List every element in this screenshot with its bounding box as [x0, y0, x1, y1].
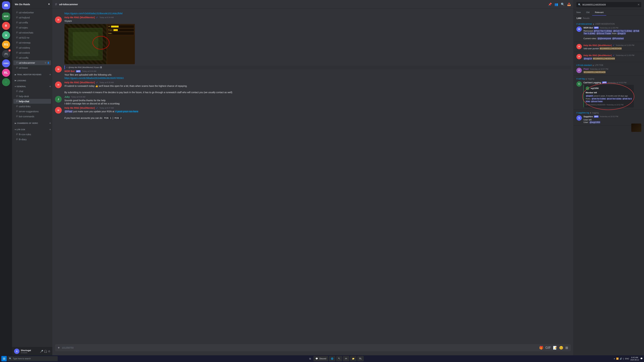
hash-icon: #	[16, 138, 18, 141]
gif-icon[interactable]: GIF	[546, 346, 551, 350]
channel-bot-commands[interactable]: # bot-commands	[14, 114, 51, 119]
tab-new[interactable]: New	[574, 9, 584, 15]
channel-ud-tobscammer[interactable]: # ud-tobscammer ⚙ 👤	[14, 60, 51, 65]
message-input[interactable]	[62, 347, 537, 349]
chevron-right-icon: ▶	[15, 122, 16, 124]
channel-ud-sojeu[interactable]: # ud-sojeu	[14, 25, 51, 30]
minecraft-icon: ⛏	[338, 358, 340, 360]
hash-icon: #	[16, 105, 18, 108]
channel-lfr-cox-rules[interactable]: # lfr-cox-rules	[14, 132, 51, 137]
server-name[interactable]: We Do Raids ▾	[12, 0, 52, 8]
close-search-button[interactable]: ✕	[638, 3, 640, 6]
search-icon[interactable]: 🔍	[561, 2, 564, 6]
message-group: https://gyazo.com/V3cb93a8a1319becele101…	[52, 11, 574, 15]
server-icon-2[interactable]: R	[2, 22, 10, 30]
hash-icon: #	[16, 115, 18, 118]
volume-icon[interactable]: 🔊	[620, 358, 622, 360]
result-avatar: P	[576, 68, 582, 73]
message-input-area: + 🎁 GIF 📝 😊 ⊞	[52, 344, 574, 355]
taskbar-app-runelite[interactable]: RL	[357, 356, 364, 361]
category-chambers-of-xeric[interactable]: ▶ CHAMBERS OF XERIC +	[12, 119, 52, 125]
microphone-icon[interactable]: 🎤	[40, 350, 43, 353]
channel-ud-coxffa[interactable]: # ud-coxffa	[14, 55, 51, 60]
add-channel-icon[interactable]: +	[49, 85, 51, 88]
discord-home-icon[interactable]	[2, 1, 10, 9]
channel-header-actions: 📌 👥 🔍 📥	[548, 2, 571, 6]
channel-ud-voidreq[interactable]: # ud-voidreq	[14, 45, 51, 50]
tab-relevant[interactable]: Relevant	[592, 9, 606, 15]
avatar: H	[55, 66, 62, 72]
category-lfr-cox[interactable]: ▾ LFR COX +	[12, 125, 52, 132]
channel-ud-minreqs[interactable]: # ud-minreqs	[14, 40, 51, 45]
add-attachment-button[interactable]: +	[58, 346, 60, 350]
task-view-button[interactable]: ⧉	[308, 356, 313, 361]
apps-icon[interactable]: ⊞	[565, 346, 568, 350]
taskbar-app-4[interactable]: 📁	[350, 356, 356, 361]
channel-ud-rebelzerker[interactable]: # ud-rebelzerker	[14, 10, 51, 15]
taskbar-app-discord[interactable]: 💬 Discord	[314, 356, 328, 361]
result-text: 901666551248355409	[584, 71, 641, 73]
channel-help-desk[interactable]: # help-desk	[14, 94, 51, 99]
network-icon[interactable]: 📶	[616, 358, 619, 360]
gyazo-link[interactable]: https://gyazo.com/V3cb93a8a1319becele101…	[64, 12, 122, 15]
message-group: H ↩ @Help Me RNG [Mod/Mentor] !Gyazo 🖼 W…	[52, 65, 574, 80]
taskbar-search[interactable]: 🔍 Type here to search	[8, 356, 58, 361]
channel-server-suggestions[interactable]: # server-suggestions	[14, 109, 51, 114]
image-attachment: HP: ███████ Prayer: ████ Stats...	[64, 24, 135, 64]
server-icon-4[interactable]: RS	[2, 40, 10, 49]
sticker-icon[interactable]: 📝	[553, 346, 557, 350]
settings-icon[interactable]: ⚙	[48, 350, 50, 353]
channel-help-chat[interactable]: # help-chat	[14, 99, 51, 104]
server-bar: WDR R ⚔ RS 🎮 1 OSRS RL +	[0, 0, 12, 355]
channel-ud-coxkick[interactable]: # ud-coxkick	[14, 50, 51, 55]
channel-ud-voicechats[interactable]: # ud-voicechats	[14, 30, 51, 35]
channel-lfr-diary[interactable]: # lfr-diary	[14, 137, 51, 142]
server-icon-5[interactable]: 🎮 1	[2, 50, 10, 58]
notification-icon[interactable]: 💬	[640, 358, 643, 360]
message-author: Juky	[64, 95, 70, 98]
result-timestamp: Yesterday at 10:52 PM	[600, 115, 618, 117]
users-icon[interactable]: 👤	[47, 62, 50, 64]
channel-ud-leave[interactable]: # ud-leave	[14, 65, 51, 70]
message-text: !Gyazo	[64, 19, 571, 23]
category-logging[interactable]: ▶ LOGGING	[12, 77, 52, 82]
server-icon-7[interactable]: RL	[2, 69, 10, 77]
taskbar-time: 8:42 AM	[630, 356, 639, 359]
gift-icon[interactable]: 🎁	[539, 346, 544, 350]
headphones-icon[interactable]: 🎧	[44, 350, 47, 353]
tray-chevron[interactable]: ∧	[614, 358, 615, 360]
channel-chat[interactable]: # chat	[14, 89, 51, 94]
tab-old[interactable]: Old	[584, 9, 592, 15]
hash-icon: #	[16, 51, 18, 54]
hash-icon: #	[16, 46, 18, 49]
server-icon-6[interactable]: OSRS	[2, 59, 10, 67]
channel-ud-b22-rw[interactable]: # ud-b22-rw	[14, 35, 51, 40]
sidebar: We Do Raids ▾ # ud-rebelzerker # ud-hojl…	[12, 0, 52, 355]
message-group: J Juky Today at 8:36 AM Sounds good brot…	[52, 95, 574, 106]
taskbar-app-3[interactable]: 🎮	[343, 356, 349, 361]
server-icon-add[interactable]: +	[2, 78, 10, 86]
category-trial-mentor-reviews[interactable]: ▶ TRIAL MENTOR REVIEWS +	[12, 70, 52, 77]
add-channel-icon[interactable]: +	[49, 122, 51, 125]
result-timestamp: Yesterday at 11:05 PM	[600, 27, 618, 29]
gyazo-link-2[interactable]: https://gyazo.com/dc58bafe428164fd96c6b3…	[64, 77, 124, 79]
settings-icon[interactable]: ⚙	[44, 62, 46, 64]
members-icon[interactable]: 👥	[554, 2, 558, 6]
result-timestamp: Yesterday at 10:57 PM	[590, 68, 608, 70]
taskbar-clock[interactable]: 8:42 AM 2024-08-12	[630, 356, 639, 361]
server-icon-3[interactable]: ⚔	[2, 31, 10, 39]
inbox-icon[interactable]: 📥	[567, 2, 571, 6]
add-channel-icon[interactable]: +	[49, 73, 51, 76]
search-input[interactable]	[582, 3, 636, 6]
category-general[interactable]: ▾ GENERAL +	[12, 82, 52, 89]
channel-useful-links[interactable]: # useful-links	[14, 104, 51, 109]
pin-icon[interactable]: 📌	[548, 2, 552, 6]
channel-ud-cmffa[interactable]: # ud-cmffa	[14, 20, 51, 25]
server-icon-we-do-raids[interactable]: WDR	[2, 12, 10, 20]
add-channel-icon[interactable]: +	[49, 128, 51, 131]
taskbar-app-minecraft[interactable]: ⛏	[336, 356, 342, 361]
channel-ud-hojlund[interactable]: # ud-hojlund	[14, 15, 51, 20]
taskbar-app-chrome[interactable]: 🌐	[329, 356, 336, 361]
start-button[interactable]: ⊞	[1, 356, 7, 361]
emoji-icon[interactable]: 😊	[559, 346, 563, 350]
